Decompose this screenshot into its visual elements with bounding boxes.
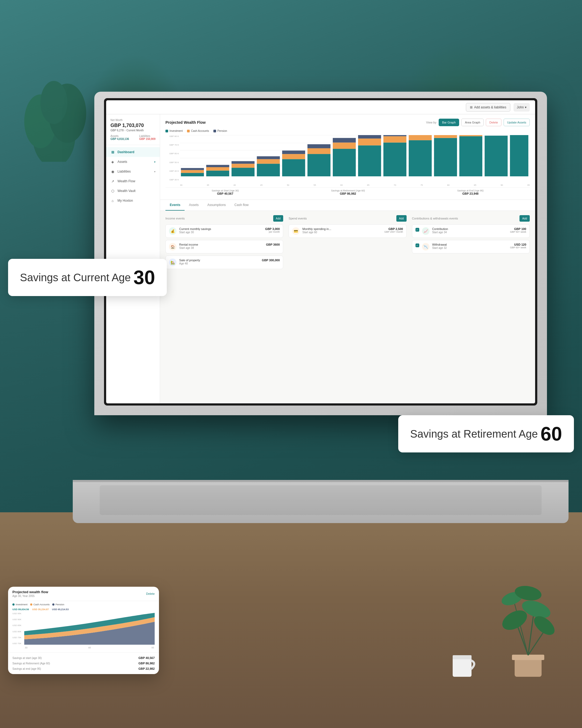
sidebar-item-assets[interactable]: ◈ Assets ▾: [106, 157, 160, 166]
sidebar-item-wealth-vault[interactable]: ⬡ Wealth Vault: [106, 186, 160, 196]
savings-end-value: GBP 23,948: [457, 192, 484, 195]
svg-rect-39: [515, 658, 542, 677]
sidebar-item-wealth-flow[interactable]: ↗ Wealth Flow: [106, 176, 160, 186]
spend-col-title: Spend events: [288, 217, 307, 220]
app-header: ⊞ Add assets & liabilities John ▾: [106, 100, 535, 114]
svg-rect-29: [383, 136, 406, 142]
tooltip-current-age: Savings at Current Age 30: [8, 259, 167, 296]
mobile-delete-btn[interactable]: Delete: [146, 592, 155, 595]
sidebar-item-dashboard[interactable]: ⊞ Dashboard: [106, 147, 160, 157]
bars-svg: [180, 135, 530, 181]
contrib-event-1: ✓ 📈 Contribution Start age 34 GBP 10: [412, 224, 530, 238]
income-event-1: 💰 Current monthly savings Start age 30 G…: [165, 224, 283, 238]
chart-controls: View by Bar Graph Area Graph Delete Upda…: [426, 119, 530, 126]
svg-rect-35: [460, 136, 482, 176]
chart-footer: Savings at Start (Age 30) GBP 40,567 Sav…: [165, 187, 530, 195]
mobile-x-axis: 30 48 95: [24, 646, 155, 649]
svg-rect-40: [512, 655, 544, 660]
assets-icon: ◈: [110, 160, 115, 164]
net-worth-section: Net Worth GBP 1,703,070 GBP 6,278 ↑ Curr…: [106, 119, 160, 145]
legend-cash: Cash Accounts: [187, 129, 209, 132]
dashboard-icon: ⊞: [110, 150, 115, 154]
svg-rect-24: [333, 138, 356, 142]
tab-assets[interactable]: Assets: [185, 200, 203, 211]
laptop-hinge: [73, 480, 569, 482]
add-spend-btn[interactable]: Add: [396, 215, 407, 222]
contrib-events-column: Contributions & withdrawals events Add ✓…: [412, 215, 530, 271]
contrib-icon: 📈: [422, 227, 429, 235]
bar-chart: GBP 80 K GBP 70 K GBP 60 K GBP 50 K GBP …: [165, 135, 530, 186]
app-ui: ⊞ Add assets & liabilities John ▾ Net: [106, 100, 535, 404]
svg-rect-25: [358, 145, 381, 176]
delete-btn[interactable]: Delete: [486, 119, 501, 126]
withdrawal-icon: 📉: [422, 243, 429, 251]
svg-point-3: [40, 81, 67, 124]
income-event-3: 🏡 Sale of property Age 48 GBP 300,000: [165, 256, 283, 269]
mobile-legend-pension: Pension: [52, 603, 64, 606]
spend-col-header: Spend events Add: [288, 215, 406, 222]
svg-rect-5: [181, 170, 204, 173]
update-assets-btn[interactable]: Update Assets: [504, 119, 530, 126]
chart-header: Projected Wealth Flow View by Bar Graph …: [165, 119, 530, 126]
svg-rect-19: [307, 154, 330, 176]
legend-pension: Pension: [213, 129, 227, 132]
sidebar-item-liabilities[interactable]: ◉ Liabilities ▾: [106, 166, 160, 176]
mug-decoration: [447, 647, 480, 682]
tooltip-retirement-age-value: 60: [541, 423, 562, 445]
bar-graph-btn[interactable]: Bar Graph: [439, 119, 460, 126]
svg-rect-16: [282, 159, 305, 176]
add-contrib-btn[interactable]: Add: [520, 215, 530, 222]
tab-assumptions[interactable]: Assumptions: [203, 200, 230, 211]
svg-line-41: [517, 626, 528, 655]
mobile-value-labels: USD 89,634.56 USD 35,234.87 USD 65,214.5…: [12, 608, 155, 611]
my-hoxton-icon: ⌂: [110, 199, 115, 203]
tab-events[interactable]: Events: [165, 200, 185, 211]
svg-rect-12: [231, 161, 254, 164]
net-worth-value: GBP 1,703,070: [110, 123, 156, 128]
user-badge[interactable]: John ▾: [514, 103, 530, 112]
mobile-chart-svg-container: 30 48 95: [24, 612, 155, 649]
svg-rect-8: [206, 167, 229, 171]
plus-icon: ⊞: [470, 105, 473, 109]
svg-rect-38: [510, 135, 528, 176]
mobile-stat-1: Savings at start (age 30) GBP 40,567: [12, 655, 155, 660]
keyboard-area: [100, 485, 542, 515]
svg-rect-36: [460, 135, 482, 136]
mobile-card-title: Projected wealth flow: [12, 590, 48, 594]
tabs-section: Events Assets Assumptions Cash flow: [160, 200, 535, 211]
tooltip-retirement-age: Savings at Retirement Age 60: [398, 415, 574, 452]
investment-dot: [165, 130, 168, 132]
svg-rect-26: [358, 138, 381, 146]
plant-decoration: [490, 545, 566, 679]
area-graph-btn[interactable]: Area Graph: [461, 119, 484, 126]
svg-rect-13: [257, 164, 280, 176]
spend-icon: 💳: [292, 227, 300, 235]
x-axis: 30 35 40 45 50 55 60 65 70: [180, 184, 530, 186]
tooltip-current-age-value: 30: [133, 266, 155, 288]
svg-rect-27: [358, 135, 381, 138]
mobile-chart: Investment Cash Accounts Pension USD 89,…: [8, 601, 159, 652]
wealth-flow-icon: ↗: [110, 179, 115, 183]
contrib-checkbox-1[interactable]: ✓: [415, 228, 419, 232]
mobile-area-chart: [24, 612, 155, 645]
app-body: Net Worth GBP 1,703,070 GBP 6,278 ↑ Curr…: [106, 114, 535, 404]
mobile-card: Projected wealth flow Age 30, Year 2055 …: [8, 587, 159, 674]
legend-investment: Investment: [165, 129, 183, 132]
tooltip-retirement-age-label: Savings at Retirement Age: [410, 428, 538, 440]
add-assets-button[interactable]: ⊞ Add assets & liabilities: [466, 103, 510, 112]
pension-dot: [213, 130, 216, 132]
spend-events-column: Spend events Add 💳 Monthly spending in..…: [288, 215, 406, 271]
wealth-vault-icon: ⬡: [110, 189, 115, 193]
add-income-btn[interactable]: Add: [273, 215, 283, 222]
laptop-body: ⊞ Add assets & liabilities John ▾ Net: [94, 92, 547, 415]
mobile-legend: Investment Cash Accounts Pension: [12, 603, 155, 606]
tooltip-current-age-label: Savings at Current Age: [20, 271, 131, 284]
tab-cash-flow[interactable]: Cash flow: [230, 200, 253, 211]
sidebar-item-my-hoxton[interactable]: ⌂ My Hoxton: [106, 196, 160, 205]
plant-bg-svg: [13, 27, 94, 162]
chart-section: Projected Wealth Flow View by Bar Graph …: [160, 114, 535, 200]
income-col-title: Income events: [165, 217, 185, 220]
svg-rect-7: [206, 171, 229, 176]
contrib-checkbox-2[interactable]: ✓: [415, 243, 419, 247]
net-worth-label: Net Worth: [110, 119, 156, 122]
